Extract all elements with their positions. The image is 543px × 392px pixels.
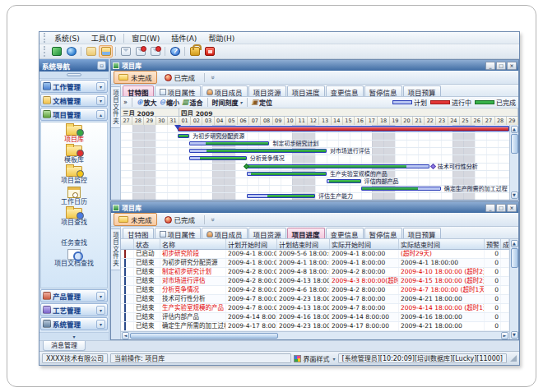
gantt-bar[interactable]	[327, 179, 361, 183]
lock-button[interactable]	[188, 45, 202, 58]
tab-项目资源[interactable]: 项目资源	[248, 228, 286, 238]
chevron-down-icon[interactable]: ▾	[96, 82, 105, 91]
column-header-icon[interactable]	[121, 239, 134, 249]
filter-overflow-button[interactable]: »	[209, 76, 216, 80]
close-button[interactable]: ×	[507, 204, 517, 212]
gantt-bar[interactable]	[189, 149, 327, 153]
ui-style-button[interactable]: 界面样式	[304, 354, 330, 363]
globe-button[interactable]	[64, 45, 78, 58]
sidebar-group-1[interactable]: 文档管理▾	[40, 94, 108, 107]
sidebar-item-项目监控[interactable]: 项目监控	[61, 166, 87, 184]
column-header-成[interactable]: 成	[501, 239, 509, 249]
computer-button[interactable]	[49, 45, 63, 58]
gantt-bar[interactable]	[247, 164, 429, 168]
tab-message-management[interactable]: 消息管理	[43, 341, 86, 351]
column-header-计划结束时间[interactable]: 计划结束时间	[277, 239, 330, 249]
gantt-bar[interactable]	[189, 156, 246, 160]
table-row[interactable]: 已结束对市场进行评估2009-4-2 8:00:002009-4-13 18:0…	[121, 277, 509, 286]
tab-变更信息[interactable]: 变更信息	[326, 228, 364, 238]
scroll-up-icon[interactable]: ▲	[511, 126, 518, 133]
menu-item-0[interactable]: 系统(S)	[49, 33, 86, 44]
scroll-down-icon[interactable]: ▼	[511, 191, 518, 199]
sidebar-item-项目查找[interactable]: 项目查找	[61, 208, 87, 226]
filter-overflow-button[interactable]: »	[209, 218, 216, 222]
filter-已完成-button[interactable]: 已完成	[160, 71, 201, 84]
gantt-vertical-scrollbar[interactable]: ▲ ▼	[509, 125, 518, 200]
tab-项目成员[interactable]: 项目成员	[202, 228, 248, 238]
project-folder-side-tab[interactable]: 项目文件夹	[111, 85, 121, 200]
sidebar-group-4[interactable]: 工艺管理▾	[40, 303, 108, 316]
chevron-down-icon[interactable]: ▾	[96, 292, 105, 301]
minimize-button[interactable]: _	[485, 204, 495, 212]
menu-item-4[interactable]: 帮助(H)	[202, 33, 240, 44]
gantt-bar[interactable]	[189, 141, 269, 145]
scroll-right-icon[interactable]: ►	[501, 332, 508, 339]
tab-项目属性[interactable]: 项目属性	[155, 228, 201, 238]
table-row[interactable]: 已结束技术可行性分析2009-4-7 8:00:002009-4-23 18:0…	[121, 295, 509, 304]
table-row[interactable]: 已结束分析竞争情况2009-4-2 8:00:002009-4-6 18:00:…	[121, 286, 509, 295]
gantt-bar[interactable]	[247, 194, 315, 198]
resize-grip[interactable]	[510, 355, 517, 362]
pin-icon[interactable]: ▫	[97, 61, 106, 70]
grid-horizontal-scrollbar[interactable]: ◄ ►	[121, 331, 509, 339]
gantt-toolbar-overflow[interactable]: »	[123, 99, 128, 106]
column-header-状态[interactable]: 状态	[134, 239, 160, 249]
tab-项目预算[interactable]: 项目预算	[403, 228, 441, 238]
tab-甘特图[interactable]: 甘特图	[123, 85, 154, 96]
sidebar-group-3[interactable]: 产品管理▾	[40, 289, 108, 302]
chevron-down-icon[interactable]: ▾	[96, 96, 105, 105]
time-scale-button[interactable]: 时间刻度▾	[212, 98, 243, 107]
sidebar-group-5[interactable]: 系统管理▾	[40, 317, 108, 330]
sidebar-item-模板库[interactable]: 模板库	[64, 145, 84, 164]
gantt-window-titlebar[interactable]: 项目库 _ □ ×	[111, 60, 518, 71]
folder-button[interactable]	[84, 45, 98, 58]
chevron-down-icon[interactable]: ▾	[96, 320, 105, 329]
tab-变更信息[interactable]: 变更信息	[326, 85, 364, 96]
gantt-bar[interactable]	[361, 187, 441, 191]
scroll-thumb[interactable]	[511, 134, 518, 154]
tab-项目成员[interactable]: 项目成员	[202, 85, 248, 96]
tab-项目属性[interactable]: 项目属性	[155, 85, 201, 96]
gantt-bar-summary[interactable]	[178, 126, 509, 131]
table-row[interactable]: 已结束为初步研究分配资源2009-4-1 8:00:002009-4-1 18:…	[121, 259, 509, 268]
locate-button[interactable]: 定位	[252, 98, 273, 107]
column-header-名称[interactable]: 名称	[160, 239, 226, 249]
tab-项目进度[interactable]: 项目进度	[287, 228, 325, 238]
scroll-down-icon[interactable]: ▼	[511, 331, 518, 339]
restore-button[interactable]: □	[496, 62, 506, 70]
tab-甘特图[interactable]: 甘特图	[123, 228, 154, 238]
sidebar-overflow-button[interactable]: ▾	[39, 332, 109, 340]
table-row[interactable]: 已启动初步研究阶段2009-4-1 8:00:002009-5-6 18:00:…	[121, 250, 509, 259]
gantt-bar[interactable]	[247, 172, 327, 176]
menu-item-2[interactable]: 窗口(W)	[126, 33, 165, 44]
close-button[interactable]: ×	[507, 62, 517, 70]
mail-badge-button[interactable]	[148, 45, 162, 58]
help-button[interactable]	[168, 45, 182, 58]
tab-项目资源[interactable]: 项目资源	[248, 85, 286, 96]
sidebar-group-0[interactable]: 工作管理▾	[40, 80, 108, 93]
sidebar-group-2[interactable]: 项目管理▴	[40, 108, 108, 121]
column-header-计划开始时间[interactable]: 计划开始时间	[226, 239, 277, 249]
sidebar-item-项目库[interactable]: 项目库	[64, 125, 84, 143]
tab-项目预算[interactable]: 项目预算	[403, 85, 441, 96]
scroll-up-icon[interactable]: ▲	[511, 240, 518, 247]
mail-alert-button[interactable]	[133, 45, 147, 58]
sidebar-item-任务查找[interactable]: 任务查找	[61, 228, 87, 247]
project-folder-side-tab[interactable]: 项目文件夹	[111, 227, 121, 339]
column-header-预警[interactable]: 预警	[485, 239, 501, 249]
filter-已完成-button[interactable]: 已完成	[160, 213, 201, 226]
menu-item-1[interactable]: 工具(T)	[86, 33, 123, 44]
tab-项目进度[interactable]: 项目进度	[287, 85, 325, 96]
folder-window-button[interactable]	[99, 45, 113, 58]
filter-未完成-button[interactable]: 未完成	[114, 213, 157, 226]
table-row[interactable]: 已结束确定生产所需的加工过程2009-4-17 8:00:002009-4-23…	[121, 322, 509, 331]
minimize-button[interactable]: _	[485, 62, 495, 70]
zoom-out-button[interactable]: 缩小	[159, 98, 179, 107]
chevron-down-icon[interactable]: ▾	[96, 306, 105, 315]
zoom-in-button[interactable]: 放大	[137, 98, 157, 107]
filter-未完成-button[interactable]: 未完成	[114, 71, 157, 84]
restore-button[interactable]: □	[496, 204, 506, 212]
table-window-titlebar[interactable]: 项目库 _ □ ×	[111, 202, 518, 213]
grid-vertical-scrollbar[interactable]: ▲ ▼	[509, 239, 518, 339]
sidebar-item-项目文档查找[interactable]: 项目文档查找	[54, 249, 94, 267]
